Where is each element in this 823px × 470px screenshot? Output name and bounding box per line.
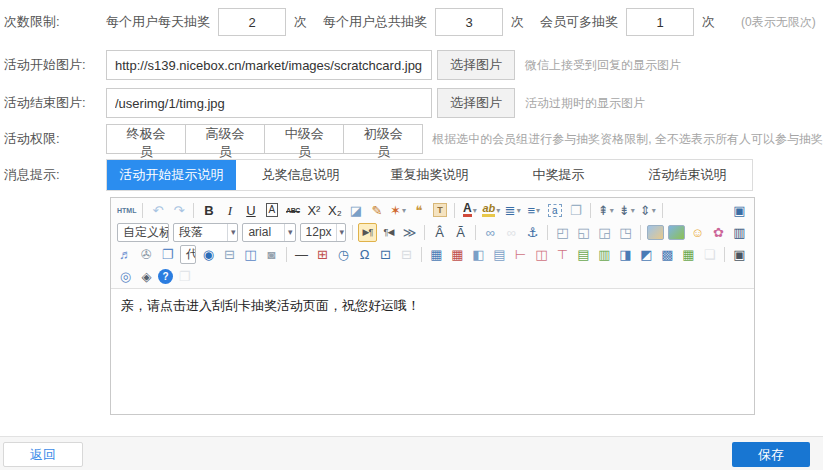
- insert-code-icon[interactable]: ◉: [199, 245, 218, 264]
- search-replace-icon[interactable]: ◈: [137, 267, 156, 286]
- undo-icon[interactable]: ↶: [148, 201, 167, 220]
- end-image-pick-button[interactable]: 选择图片: [437, 88, 515, 118]
- print-icon[interactable]: ▣: [730, 245, 749, 264]
- to-uppercase-icon[interactable]: Â: [430, 223, 449, 242]
- highlight-color-icon[interactable]: ab▾: [481, 201, 501, 220]
- time-icon[interactable]: ◷: [334, 245, 353, 264]
- font-color-icon[interactable]: A▾: [460, 201, 479, 220]
- music-icon[interactable]: ♬: [116, 245, 135, 264]
- insert-table-icon[interactable]: ▦: [427, 245, 446, 264]
- code-language-select[interactable]: 代码语言▾: [180, 245, 196, 264]
- limit-count-input[interactable]: [218, 8, 286, 36]
- start-image-input[interactable]: [106, 50, 432, 80]
- member-group-button[interactable]: 高级会员: [185, 124, 265, 154]
- image-float-right-icon[interactable]: ◲: [595, 223, 614, 242]
- delete-table-icon[interactable]: ▦: [448, 245, 467, 264]
- anchor-name-icon[interactable]: a: [545, 201, 564, 220]
- font-border-icon[interactable]: A: [262, 201, 281, 220]
- insert-col-icon[interactable]: ◫: [532, 245, 551, 264]
- limit-count-input[interactable]: [626, 8, 694, 36]
- subscript-icon[interactable]: X₂: [325, 201, 344, 220]
- save-button[interactable]: 保存: [732, 442, 810, 467]
- message-tab[interactable]: 活动开始提示说明: [107, 160, 236, 190]
- message-tab[interactable]: 重复抽奖说明: [365, 160, 494, 190]
- icon-glyph: HTML: [117, 203, 136, 218]
- superscript-icon[interactable]: X²: [304, 201, 323, 220]
- edit-table-icon[interactable]: ⊡: [376, 245, 395, 264]
- line-height-icon[interactable]: ⇕▾: [638, 201, 657, 220]
- unordered-list-icon[interactable]: ≡▾: [524, 201, 543, 220]
- italic-icon[interactable]: I: [220, 201, 239, 220]
- merge-cells-icon[interactable]: ▩: [658, 245, 677, 264]
- start-image-pick-button[interactable]: 选择图片: [437, 50, 515, 80]
- anchor-icon[interactable]: ⚓: [523, 223, 542, 242]
- format-brush-icon[interactable]: ✎: [367, 201, 386, 220]
- merge-down-icon[interactable]: ◩: [637, 245, 656, 264]
- template-icon[interactable]: ◫: [241, 245, 260, 264]
- image-float-left-icon[interactable]: ◱: [574, 223, 593, 242]
- merge-right-icon[interactable]: ◨: [616, 245, 635, 264]
- message-tab[interactable]: 活动结束说明: [623, 160, 752, 190]
- date-icon[interactable]: ⊞: [313, 245, 332, 264]
- special-chars-icon[interactable]: Ω: [355, 245, 374, 264]
- rich-text-editor: HTML↶↷BIUAABCX²X₂◪✎✶▾❝TA▾ab▾≣▾≡▾a❐⇞▾⇟▾⇕▾…: [110, 197, 755, 415]
- table-doc-icon: ❏: [700, 245, 719, 264]
- blank-doc-icon[interactable]: ❐: [566, 201, 585, 220]
- split-cells-icon[interactable]: ▦: [679, 245, 698, 264]
- html-source-icon[interactable]: HTML: [116, 201, 137, 220]
- attachment-icon[interactable]: ✇: [137, 245, 156, 264]
- font-size-select[interactable]: 12px▾: [300, 223, 346, 242]
- horizontal-rule-icon[interactable]: —: [292, 245, 311, 264]
- image-float-none-icon[interactable]: ◰: [553, 223, 572, 242]
- underline-icon[interactable]: U: [241, 201, 260, 220]
- insert-paragraph-before-table-icon[interactable]: ⊢: [511, 245, 530, 264]
- delete-row-icon[interactable]: ⊤: [553, 245, 572, 264]
- page-break-icon[interactable]: ⊟: [220, 245, 239, 264]
- insert-image-icon[interactable]: [667, 223, 686, 242]
- preview-page-icon[interactable]: ◎: [116, 267, 135, 286]
- paragraph-space-top-icon[interactable]: ⇞▾: [596, 201, 615, 220]
- ordered-list-icon[interactable]: ≣▾: [503, 201, 522, 220]
- member-group-button[interactable]: 初级会员: [343, 124, 423, 154]
- dir-ltr-icon[interactable]: ▶¶: [358, 223, 377, 242]
- snapshot-icon[interactable]: ◙: [262, 245, 281, 264]
- paragraph-space-bottom-icon[interactable]: ⇟▾: [617, 201, 636, 220]
- link-icon[interactable]: ∞: [481, 223, 500, 242]
- auto-typeset-icon[interactable]: ✶▾: [388, 201, 407, 220]
- table-caption-icon[interactable]: ◧: [469, 245, 488, 264]
- member-group-button[interactable]: 中级会员: [264, 124, 344, 154]
- back-button[interactable]: 返回: [3, 442, 83, 467]
- message-tab[interactable]: 中奖提示: [494, 160, 623, 190]
- help-icon[interactable]: ?: [158, 269, 173, 284]
- indent-icon[interactable]: ≫: [400, 223, 419, 242]
- dir-rtl-icon[interactable]: ¶◀: [379, 223, 398, 242]
- end-image-input[interactable]: [106, 88, 432, 118]
- video-icon[interactable]: ▥: [730, 223, 749, 242]
- bold-icon[interactable]: B: [199, 201, 218, 220]
- limit-count-input[interactable]: [435, 8, 503, 36]
- image-icon[interactable]: [646, 223, 665, 242]
- insert-row-icon[interactable]: ▤: [574, 245, 593, 264]
- fullscreen-preview-icon[interactable]: ▣: [730, 201, 749, 220]
- font-family-select[interactable]: arial▾: [242, 223, 295, 242]
- paste-text-icon[interactable]: T: [430, 201, 449, 220]
- map-icon[interactable]: ❐: [158, 245, 177, 264]
- paragraph-select[interactable]: 段落▾: [173, 223, 238, 242]
- table-title-icon[interactable]: ▤: [490, 245, 509, 264]
- icon-glyph: ≫: [403, 225, 417, 240]
- toolbar-separator: [286, 247, 287, 262]
- strikethrough-icon[interactable]: ABC: [283, 201, 302, 220]
- blockquote-icon[interactable]: ❝: [409, 201, 428, 220]
- delete-col-icon[interactable]: ▥: [595, 245, 614, 264]
- heading-select[interactable]: 自定义标题▾: [117, 223, 169, 242]
- editor-content-area[interactable]: 亲，请点击进入刮刮卡抽奖活动页面，祝您好运哦！: [111, 289, 754, 414]
- emotion-icon[interactable]: ☺: [688, 223, 707, 242]
- icon-glyph: ✿: [713, 225, 724, 240]
- to-lowercase-icon[interactable]: Ã: [451, 223, 470, 242]
- redo-icon[interactable]: ↷: [169, 201, 188, 220]
- member-group-button[interactable]: 终极会员: [106, 124, 186, 154]
- message-tab[interactable]: 兑奖信息说明: [236, 160, 365, 190]
- image-float-center-icon[interactable]: ◳: [616, 223, 635, 242]
- scrawl-icon[interactable]: ✿: [709, 223, 728, 242]
- format-clear-icon[interactable]: ◪: [346, 201, 365, 220]
